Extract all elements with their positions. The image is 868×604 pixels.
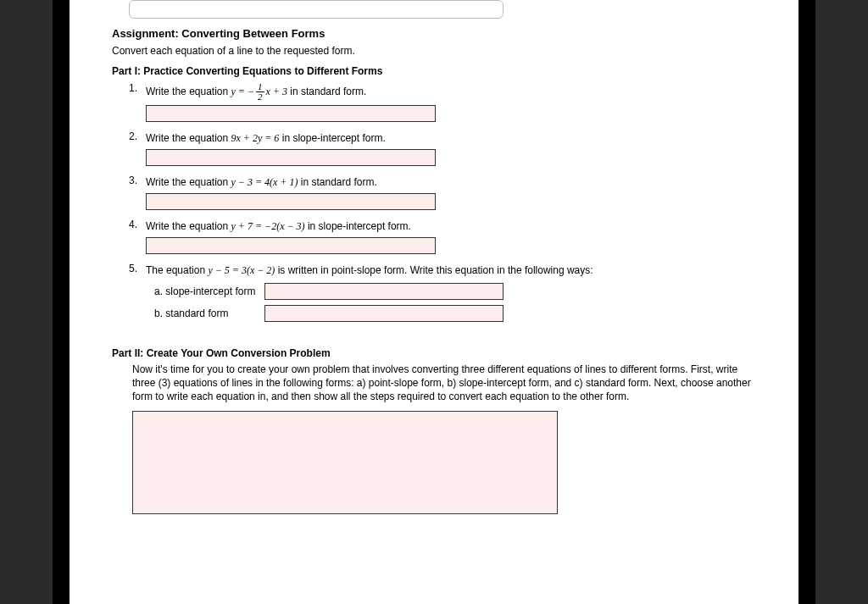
part2-answer-box[interactable] [132, 411, 558, 514]
question-2: 2. Write the equation 9x + 2y = 6 in slo… [129, 130, 756, 146]
assignment-title: Assignment: Converting Between Forms [112, 27, 756, 40]
question-5b: b. standard form [154, 305, 756, 322]
answer-box-5b[interactable] [264, 305, 504, 322]
part2-description: Now it's time for you to create your own… [132, 363, 756, 404]
question-number: 5. [129, 263, 146, 274]
question-text: Write the equation y = −12x + 3 in stand… [146, 82, 366, 102]
answer-box-1[interactable] [146, 105, 436, 122]
question-1: 1. Write the equation y = −12x + 3 in st… [129, 82, 756, 102]
question-4: 4. Write the equation y + 7 = −2(x − 3) … [129, 219, 756, 234]
sub-label: b. standard form [154, 308, 264, 319]
question-5: 5. The equation y − 5 = 3(x − 2) is writ… [129, 263, 756, 278]
top-input-field[interactable] [129, 0, 504, 19]
question-text: Write the equation 9x + 2y = 6 in slope-… [146, 130, 386, 146]
question-text: Write the equation y + 7 = −2(x − 3) in … [146, 219, 411, 234]
question-number: 2. [129, 130, 146, 142]
question-text: The equation y − 5 = 3(x − 2) is written… [146, 263, 593, 278]
question-number: 4. [129, 219, 146, 230]
question-5a: a. slope-intercept form [154, 283, 756, 300]
outer-frame: Assignment: Converting Between Forms Con… [53, 0, 815, 604]
question-number: 3. [129, 175, 146, 186]
part1-title: Part I: Practice Converting Equations to… [112, 65, 756, 77]
fraction: 12 [256, 82, 264, 102]
part2-title: Part II: Create Your Own Conversion Prob… [112, 347, 756, 359]
question-3: 3. Write the equation y − 3 = 4(x + 1) i… [129, 175, 756, 190]
answer-box-4[interactable] [146, 237, 436, 254]
intro-text: Convert each equation of a line to the r… [112, 45, 756, 57]
page: Assignment: Converting Between Forms Con… [70, 0, 798, 604]
sub-label: a. slope-intercept form [154, 285, 264, 297]
answer-box-3[interactable] [146, 193, 436, 210]
answer-box-5a[interactable] [264, 283, 504, 300]
question-text: Write the equation y − 3 = 4(x + 1) in s… [146, 175, 377, 190]
answer-box-2[interactable] [146, 149, 436, 166]
question-number: 1. [129, 82, 146, 94]
